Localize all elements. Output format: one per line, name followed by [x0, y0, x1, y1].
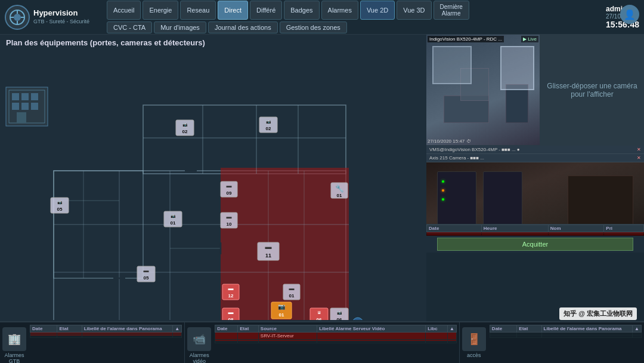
camera-feed-main[interactable]: IndigoVision BX520-4MP - RDC ... ▶ Live … [426, 35, 540, 145]
nav-buttons: Accueil Energie Reseau Direct Différé Ba… [104, 0, 566, 36]
vid-col-etat: Etat [238, 325, 259, 333]
camera-top-area: IndigoVision BX520-4MP - RDC ... ▶ Live … [426, 35, 644, 145]
svg-text:📷: 📷 [266, 119, 271, 124]
acc-col-date: Date [490, 325, 516, 333]
svg-text:📷: 📷 [57, 199, 63, 205]
alarm-col-pri: Pri [604, 225, 644, 232]
svg-text:▬: ▬ [228, 285, 234, 291]
vid-row1-source: SRV-IT-Serveur [258, 333, 317, 340]
svg-text:01: 01 [289, 293, 295, 299]
nav-row-2: CVC - CTA Mur d'images Journal des actio… [107, 21, 564, 33]
svg-text:🖥: 🖥 [317, 310, 321, 315]
svg-text:09: 09 [227, 190, 232, 196]
gtb-row3-etat [57, 336, 82, 338]
nav-mur-images[interactable]: Mur d'images [154, 21, 206, 33]
top-navigation: Hypervision GTB - Sureté - Sécurité Accu… [0, 0, 644, 35]
vid-col-source: Source [258, 325, 317, 333]
video-icon-col: 📹 Alarmesvidéo [187, 325, 211, 361]
camera-axis-close[interactable]: ✕ [637, 155, 641, 161]
app-subtitle: GTB - Sureté - Sécurité [33, 19, 89, 26]
svg-rect-14 [31, 103, 38, 110]
svg-text:08: 08 [228, 317, 234, 320]
svg-text:▬: ▬ [227, 214, 232, 220]
svg-rect-9 [12, 93, 19, 100]
nav-cvc-cta[interactable]: CVC - CTA [107, 21, 152, 33]
gtb-alarms-table: Date Etat Libellé de l'alarme dans Panor… [30, 325, 182, 338]
nav-reseau[interactable]: Reseau [180, 1, 216, 20]
app-logo-text: Hypervision GTB - Sureté - Sécurité [33, 8, 89, 26]
nav-differe[interactable]: Différé [250, 1, 282, 20]
svg-text:01: 01 [279, 312, 284, 318]
camera-feed-secondary: VMS@IndigoVision BX520-4MP - ■■■ ... ● ✕… [426, 145, 644, 253]
svg-text:06: 06 [337, 317, 342, 320]
floor-plan-area: Plan des équipements (portes, cameras et… [0, 35, 426, 321]
camera-vms-label: VMS@IndigoVision BX520-4MP - ■■■ ... ● [429, 147, 520, 152]
svg-text:▬: ▬ [227, 183, 232, 189]
nav-row-1: Accueil Energie Reseau Direct Différé Ba… [107, 1, 564, 20]
svg-text:05: 05 [144, 275, 149, 281]
svg-text:02: 02 [266, 126, 271, 131]
acc-col-scroll[interactable]: ▲ [633, 325, 642, 333]
nav-direct[interactable]: Direct [218, 1, 248, 20]
alarm-col-date: Date [427, 225, 482, 232]
svg-text:▬: ▬ [265, 243, 272, 250]
acc-col-libelle: Libellé de l'alarme dans Panorama [541, 325, 632, 333]
gtb-col-etat: Etat [57, 325, 82, 333]
right-panel: IndigoVision BX520-4MP - RDC ... ▶ Live … [426, 35, 644, 321]
camera-vms-titlebar: VMS@IndigoVision BX520-4MP - ■■■ ... ● ✕ [426, 146, 644, 154]
nav-alarmes[interactable]: Alarmes [321, 1, 358, 20]
camera-placeholder[interactable]: Glisser-déposer une caméra pour l'affich… [540, 35, 644, 145]
acquitter-button[interactable]: Acquitter [437, 238, 633, 251]
floor-plan-svg: Zone03... 📷 05 📷 01 📷 [0, 51, 426, 321]
camera-vms-close[interactable]: ✕ [637, 147, 641, 152]
svg-point-1 [14, 14, 21, 21]
gtb-col-scroll[interactable]: ▲ [173, 325, 182, 333]
logo-area: Hypervision GTB - Sureté - Sécurité [0, 2, 104, 32]
svg-text:05: 05 [57, 207, 63, 212]
nav-badges[interactable]: Badges [284, 1, 319, 20]
video-label: Alarmesvidéo [190, 352, 209, 363]
alarm-mini-list: Date Heure Nom Pri [426, 224, 644, 253]
svg-text:01: 01 [337, 193, 342, 198]
nav-vue2d[interactable]: Vue 2D [360, 1, 395, 20]
video-table-area: Date Etat Source Libellé Alarme Serveur … [215, 325, 457, 361]
bottom-alarms-access: 🚪 accès Date Etat Libellé de l'alarme da… [460, 322, 644, 363]
camera-axis-label: Axis 215 Camera - ■■■ ... [429, 155, 484, 161]
camera-axis-titlebar: Axis 215 Camera - ■■■ ... ✕ [426, 154, 644, 162]
nav-vue3d[interactable]: Vue 3D [397, 1, 431, 20]
vid-col-libelle: Libellé Alarme Serveur Vidéo [317, 325, 426, 333]
app-logo-icon [5, 5, 30, 30]
video-alarms-table: Date Etat Source Libellé Alarme Serveur … [215, 325, 457, 343]
user-avatar: 👤 [620, 5, 639, 24]
nav-gestion-zones[interactable]: Gestion des zones [280, 21, 347, 33]
gtb-row3-libelle [82, 336, 172, 338]
app-title: Hypervision [33, 8, 89, 19]
nav-energie[interactable]: Energie [143, 1, 178, 20]
alarm-col-heure: Heure [481, 225, 548, 232]
alarm-col-nom: Nom [548, 225, 603, 232]
gtb-col-date: Date [30, 325, 57, 333]
vid-col-scroll[interactable]: ▲ [447, 325, 456, 333]
access-label: accès [467, 352, 481, 358]
svg-text:11: 11 [265, 253, 271, 259]
vid-row1-etat [238, 333, 259, 340]
svg-text:📷: 📷 [278, 303, 286, 310]
gtb-row3-date [30, 336, 57, 338]
svg-text:▬: ▬ [289, 285, 295, 291]
gtb-building-icon: 🏢 [2, 327, 26, 351]
svg-rect-6 [0, 51, 426, 320]
nav-journal-actions[interactable]: Journal des actions [208, 21, 278, 33]
vid-row1-libelle [317, 333, 426, 340]
svg-text:▬: ▬ [228, 309, 234, 315]
gtb-table-area: Date Etat Libellé de l'alarme dans Panor… [30, 325, 182, 361]
watermark: 知乎 @ 宏集工业物联网 [559, 307, 637, 320]
gtb-label: AlarmesGTB [4, 352, 24, 363]
svg-text:🔧: 🔧 [335, 184, 344, 193]
svg-text:02: 02 [182, 129, 188, 134]
nav-derniere-alarme[interactable]: Dernière Alarme [434, 1, 469, 20]
access-alarms-table: Date Etat Libellé de l'alarme dans Panor… [490, 325, 642, 338]
user-info: admin 27/10/2020 15:56:48 👤 [606, 5, 639, 29]
nav-accueil[interactable]: Accueil [107, 1, 141, 20]
camera-main-label: IndigoVision BX520-4MP - RDC ... [428, 36, 504, 42]
svg-text:▬: ▬ [144, 267, 149, 273]
